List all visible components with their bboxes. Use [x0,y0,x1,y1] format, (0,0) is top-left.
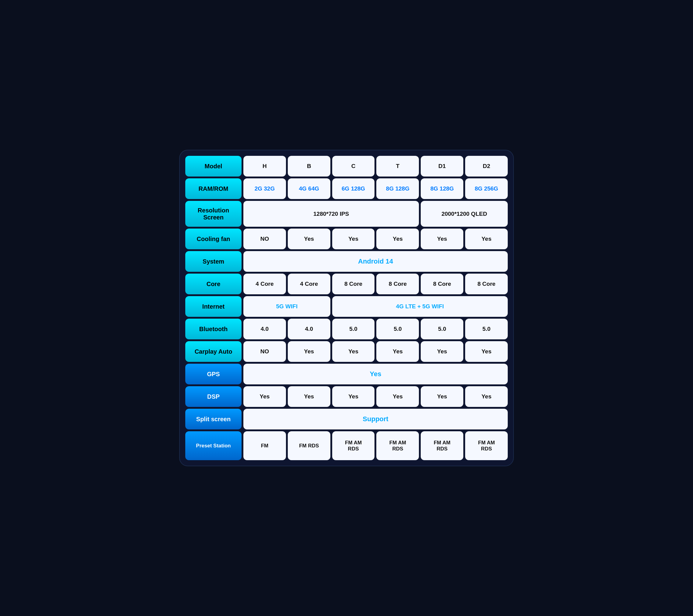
core-label: Core [185,274,241,294]
coolingfan-c: Yes [332,229,375,249]
col-d1-header: D1 [421,156,463,176]
system-label: System [185,251,241,272]
dsp-b: Yes [288,386,330,407]
col-h-header: H [243,156,286,176]
presetstation-d1: FM AM RDS [421,431,463,460]
splitscreen-label: Split screen [185,409,241,429]
core-b: 4 Core [288,274,330,294]
system-value: Android 14 [243,251,508,272]
coolingfan-t: Yes [376,229,419,249]
ramrom-h: 2G 32G [243,178,286,199]
dsp-d2: Yes [465,386,508,407]
carplay-t: Yes [376,341,419,362]
dsp-d1: Yes [421,386,463,407]
presetstation-b: FM RDS [288,431,330,460]
core-h: 4 Core [243,274,286,294]
internet-lte: 4G LTE + 5G WIFI [332,296,508,317]
coolingfan-label: Cooling fan [185,229,241,249]
dsp-c: Yes [332,386,375,407]
carplay-label: Carplay Auto [185,341,241,362]
core-t: 8 Core [376,274,419,294]
ramrom-label: RAM/ROM [185,178,241,199]
bluetooth-d2: 5.0 [465,319,508,339]
resolution-qled: 2000*1200 QLED [421,201,508,227]
bluetooth-h: 4.0 [243,319,286,339]
carplay-b: Yes [288,341,330,362]
carplay-c: Yes [332,341,375,362]
coolingfan-d2: Yes [465,229,508,249]
resolution-ips: 1280*720 IPS [243,201,419,227]
ramrom-c: 6G 128G [332,178,375,199]
coolingfan-d1: Yes [421,229,463,249]
carplay-h: NO [243,341,286,362]
ramrom-b: 4G 64G [288,178,330,199]
resolution-label: Resolution Screen [185,201,241,227]
dsp-label: DSP [185,386,241,407]
carplay-d2: Yes [465,341,508,362]
bluetooth-label: Bluetooth [185,319,241,339]
table-grid: Model H B C T D1 D2 RAM/ROM 2G 32G 4G 64… [185,156,508,460]
bluetooth-t: 5.0 [376,319,419,339]
col-b-header: B [288,156,330,176]
ramrom-d1: 8G 128G [421,178,463,199]
comparison-table: Model H B C T D1 D2 RAM/ROM 2G 32G 4G 64… [179,150,514,466]
gps-value: Yes [243,364,508,384]
col-c-header: C [332,156,375,176]
gps-label: GPS [185,364,241,384]
bluetooth-c: 5.0 [332,319,375,339]
presetstation-h: FM [243,431,286,460]
internet-wifi: 5G WIFI [243,296,330,317]
presetstation-t: FM AM RDS [376,431,419,460]
presetstation-d2: FM AM RDS [465,431,508,460]
dsp-t: Yes [376,386,419,407]
presetstation-label: Preset Station [185,431,241,460]
model-header: Model [185,156,241,176]
coolingfan-b: Yes [288,229,330,249]
col-t-header: T [376,156,419,176]
internet-label: Internet [185,296,241,317]
core-d1: 8 Core [421,274,463,294]
ramrom-d2: 8G 256G [465,178,508,199]
dsp-h: Yes [243,386,286,407]
bluetooth-b: 4.0 [288,319,330,339]
ramrom-t: 8G 128G [376,178,419,199]
col-d2-header: D2 [465,156,508,176]
bluetooth-d1: 5.0 [421,319,463,339]
core-c: 8 Core [332,274,375,294]
core-d2: 8 Core [465,274,508,294]
carplay-d1: Yes [421,341,463,362]
presetstation-c: FM AM RDS [332,431,375,460]
splitscreen-value: Support [243,409,508,429]
coolingfan-h: NO [243,229,286,249]
